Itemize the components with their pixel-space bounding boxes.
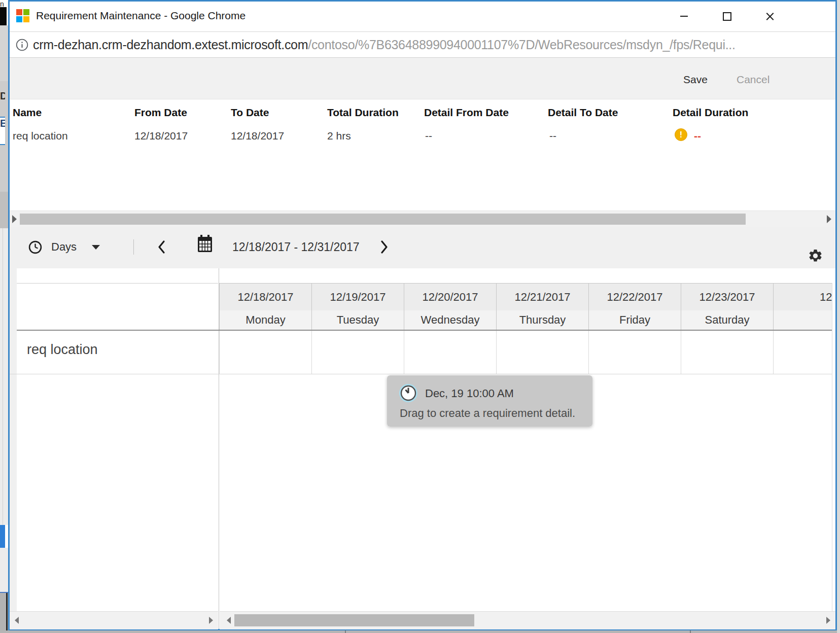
cancel-button[interactable]: Cancel: [737, 74, 769, 86]
schedule-cell[interactable]: [773, 331, 832, 374]
close-icon: [766, 12, 774, 20]
ms-square-yellow: [23, 16, 29, 22]
scroll-right-arrow-icon[interactable]: [209, 617, 213, 624]
background-tick: [690, 630, 691, 633]
drag-tooltip: Dec, 19 10:00 AM Drag to create a requir…: [387, 375, 592, 427]
background-light-block: [0, 228, 9, 525]
schedule-cell[interactable]: [404, 331, 496, 374]
column-header-to-date: To Date: [231, 107, 269, 119]
schedule-cell[interactable]: [311, 331, 404, 374]
row-bottom-border: [10, 374, 832, 374]
minimize-button[interactable]: [675, 9, 692, 24]
column-header-from-date: From Date: [134, 107, 187, 119]
grid-right-edge: [832, 283, 832, 611]
schedule-cell[interactable]: [496, 331, 588, 374]
resource-row[interactable]: req location: [17, 331, 218, 374]
date-header-cell[interactable]: 12/20/2017: [404, 283, 496, 310]
column-header-name: Name: [13, 107, 42, 119]
cell-detail-to-date[interactable]: --: [549, 130, 556, 142]
scroll-left-arrow-icon[interactable]: [227, 617, 231, 624]
date-header-cell[interactable]: 12/18/2017: [219, 283, 311, 310]
date-header-cell[interactable]: 12/22/2017: [588, 283, 681, 310]
maximize-button[interactable]: [718, 9, 736, 24]
board-left-gutter: [10, 268, 17, 629]
schedule-cell[interactable]: [681, 331, 773, 374]
chevron-down-icon: [92, 245, 100, 250]
clock-icon: [28, 240, 42, 254]
partial-date-text: 12/24/2017: [820, 291, 832, 304]
cell-to-date[interactable]: 12/18/2017: [231, 130, 284, 142]
calendar-icon: [197, 234, 213, 254]
maximize-icon: [723, 12, 731, 21]
url-domain: crm-dezhan.crm-dezhandom.extest.microsof…: [33, 38, 308, 52]
scroll-left-arrow-icon[interactable]: [12, 215, 17, 223]
cell-name[interactable]: req location: [13, 130, 68, 142]
schedule-cell[interactable]: [219, 331, 311, 374]
day-header-cell[interactable]: Wednesday: [404, 310, 496, 330]
scrollbar-thumb[interactable]: [20, 214, 746, 225]
schedule-board: req location 12/18/2017 12/19/2017 12/20…: [10, 268, 835, 629]
day-header-cell[interactable]: Monday: [219, 310, 311, 330]
column-header-detail-from-date: Detail From Date: [424, 107, 509, 119]
background-tick: [345, 630, 346, 633]
cell-detail-from-date[interactable]: --: [425, 130, 432, 142]
date-range-text: 12/18/2017 - 12/31/2017: [232, 240, 360, 254]
scroll-right-arrow-icon[interactable]: [826, 617, 830, 624]
url-path: /contoso/%7B636488990940001107%7D/WebRes…: [308, 38, 735, 52]
ms-square-green: [23, 9, 29, 15]
background-text-fragment: E: [0, 118, 5, 129]
window-title-bar: Requirement Maintenance - Google Chrome: [10, 2, 835, 32]
scheduler-toolbar: Days 12/18/2017 - 12/31/2017: [10, 227, 835, 268]
view-mode-dropdown[interactable]: Days: [28, 235, 100, 259]
scroll-right-arrow-icon[interactable]: [827, 215, 831, 223]
toolbar-divider: [133, 239, 134, 255]
background-right-strip: [837, 0, 840, 633]
scroll-left-arrow-icon[interactable]: [15, 617, 19, 624]
background-blue-block: [0, 525, 5, 548]
cell-detail-duration[interactable]: --: [694, 130, 701, 142]
save-button[interactable]: Save: [683, 74, 708, 86]
background-gray-block-3: [0, 192, 8, 228]
microsoft-favicon-icon: [16, 9, 29, 22]
date-range-label: 12/18/2017 - 12/31/2017: [232, 235, 360, 259]
day-header-cell[interactable]: Saturday: [681, 310, 773, 330]
panel-horizontal-scrollbar[interactable]: [10, 611, 218, 629]
background-gray-block: [0, 25, 8, 81]
date-header-cell-partial[interactable]: 12/24/2017: [773, 283, 832, 310]
cell-from-date[interactable]: 12/18/2017: [134, 130, 188, 142]
previous-range-button[interactable]: [156, 239, 166, 255]
column-header-total-duration: Total Duration: [327, 107, 399, 119]
calendar-picker-button[interactable]: [197, 234, 213, 254]
warning-icon: !: [675, 128, 687, 141]
next-range-button[interactable]: [379, 239, 390, 255]
background-line: [6, 593, 8, 631]
resource-name: req location: [27, 342, 98, 358]
settings-button[interactable]: [808, 248, 823, 264]
info-icon[interactable]: [16, 39, 28, 51]
grid-horizontal-scrollbar[interactable]: [220, 611, 835, 629]
command-bar: Save Cancel: [10, 58, 835, 99]
day-header-cell[interactable]: Friday: [588, 310, 681, 330]
close-button[interactable]: [761, 9, 779, 24]
background-line: [3, 228, 3, 525]
background-black-block: [0, 7, 7, 25]
cell-total-duration[interactable]: 2 hrs: [327, 130, 351, 142]
clock-icon: [399, 383, 418, 403]
background-bottom-strip: [0, 630, 840, 633]
date-header-cell[interactable]: 12/23/2017: [681, 283, 773, 310]
table-horizontal-scrollbar[interactable]: [10, 210, 835, 227]
url-bar[interactable]: crm-dezhan.crm-dezhandom.extest.microsof…: [10, 32, 835, 58]
background-card-fragment: E: [0, 117, 5, 145]
gear-icon: [808, 248, 823, 264]
date-header-cell[interactable]: 12/21/2017: [496, 283, 588, 310]
day-header-cell[interactable]: Thursday: [496, 310, 588, 330]
day-header-cell-partial[interactable]: [773, 310, 832, 330]
schedule-cell[interactable]: [588, 331, 681, 374]
background-dark-block: [0, 592, 8, 631]
date-header-cell[interactable]: 12/19/2017: [311, 283, 404, 310]
url-text[interactable]: crm-dezhan.crm-dezhandom.extest.microsof…: [33, 38, 736, 52]
scrollbar-thumb[interactable]: [234, 614, 474, 626]
column-header-detail-to-date: Detail To Date: [548, 107, 618, 119]
day-header-cell[interactable]: Tuesday: [311, 310, 404, 330]
requirement-table: Name From Date To Date Total Duration De…: [10, 99, 835, 210]
